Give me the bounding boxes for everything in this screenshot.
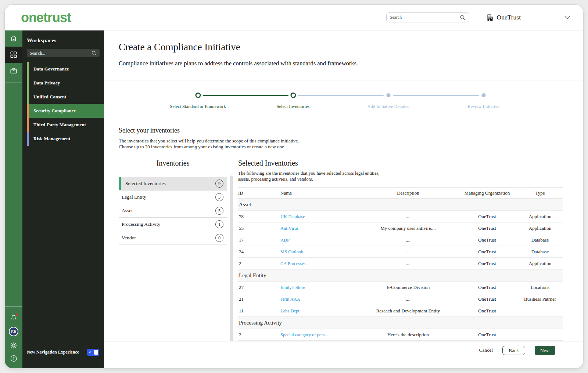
cell-id: 78	[238, 211, 280, 222]
cell-id: 55	[238, 222, 280, 234]
workspace-item-label: Third-Party Management	[33, 122, 86, 128]
step-label-select-standard-or-framework: Select Standard or Framework	[170, 104, 226, 109]
cell-name: Special category of pers...	[280, 329, 359, 341]
table-scrollbar[interactable]	[230, 175, 233, 346]
inventory-filter-label: Legal Entity	[122, 194, 146, 200]
inventory-link-ms-outlook[interactable]: MS Outlook	[280, 249, 303, 254]
inventory-link-ca-processes[interactable]: CA Processes	[280, 261, 305, 266]
gear-icon	[10, 342, 17, 349]
stepper-line	[393, 95, 479, 96]
column-header-description: Description	[359, 188, 457, 199]
inventory-link-emily-s-store[interactable]: Emily's Store	[280, 285, 305, 290]
count-badge: 9	[215, 180, 223, 188]
group-row-asset: Asset	[238, 199, 563, 211]
count-badge: 1	[215, 220, 223, 228]
cell-description: ....	[359, 258, 457, 269]
step-dot-select-inventories	[290, 93, 296, 98]
inventory-filter-processing-activity[interactable]: Processing Activity1	[119, 218, 227, 231]
cell-id: 2	[238, 329, 280, 341]
workspace-item-data-privacy[interactable]: Data Privacy	[27, 76, 104, 90]
cancel-button[interactable]: Cancel	[479, 346, 493, 353]
workspace-item-security-compliance[interactable]: Security Compliance	[27, 104, 104, 118]
home-icon	[10, 35, 18, 43]
cell-description: My company uses antivire....	[359, 222, 457, 234]
global-search[interactable]	[386, 12, 469, 22]
notifications-button[interactable]	[10, 314, 17, 321]
workspace-item-data-governance[interactable]: Data Governance	[27, 62, 104, 76]
group-row-legal-entity: Legal Entity	[238, 269, 563, 282]
workspaces-title: Workspaces	[22, 30, 104, 44]
count-badge: 5	[215, 207, 223, 215]
inventory-link-uk-database[interactable]: UK Database	[280, 214, 305, 219]
avatar[interactable]: EB	[9, 327, 18, 336]
selected-inventories-title: Selected Inventories	[238, 159, 563, 167]
inventories-columns: Inventories Selected Inventories9Legal E…	[119, 159, 583, 341]
inventory-link-adp[interactable]: ADP	[280, 238, 290, 243]
main-content: Create a Compliance Initiative Complianc…	[104, 30, 583, 368]
workspaces-search-input[interactable]	[30, 51, 91, 55]
table-row: 17ADP....OneTrustDatabase	[238, 234, 563, 246]
cell-description: Here's the description	[359, 329, 457, 341]
settings-button[interactable]	[10, 342, 17, 349]
table-row: 2CA Processes....OneTrustApplication	[238, 258, 563, 269]
step-dot-select-standard-or-framework	[195, 93, 201, 98]
inventory-link-special-category-of-pers[interactable]: Special category of pers...	[280, 332, 328, 337]
workspace-item-unified-consent[interactable]: Unified Consent	[27, 90, 104, 104]
cell-managing-organization: OneTrust	[457, 293, 517, 305]
inventory-link-firm-aaa[interactable]: Firm AAA	[280, 297, 300, 302]
cell-type	[517, 305, 563, 317]
wizard-stepper: Select Standard or FrameworkSelect Inven…	[104, 80, 583, 117]
inventory-filter-label: Asset	[122, 208, 133, 214]
cell-managing-organization: OneTrust	[457, 329, 517, 341]
inventory-filter-vendor[interactable]: Vendor0	[119, 231, 227, 245]
search-icon	[91, 50, 97, 56]
workspace-item-label: Security Compliance	[33, 108, 76, 114]
inventory-filter-legal-entity[interactable]: Legal Entity3	[119, 191, 227, 204]
check-icon: ✓	[89, 350, 92, 355]
cell-name: UK Database	[280, 211, 359, 222]
column-header-id: ID	[238, 188, 280, 199]
workspace-item-label: Data Privacy	[33, 80, 60, 86]
stepper-line	[203, 95, 288, 96]
wizard-footer: Cancel Back Next	[104, 341, 583, 368]
selected-inventories-table: IDNameDescriptionManaging OrganizationTy…	[238, 187, 563, 341]
help-button[interactable]: ?	[10, 355, 18, 362]
table-row: 78UK Database....OneTrustApplication	[238, 211, 563, 222]
cell-name: CA Processes	[280, 258, 359, 269]
inventories-nav: Inventories Selected Inventories9Legal E…	[119, 159, 227, 341]
chevron-down-icon[interactable]	[564, 15, 571, 20]
back-button[interactable]: Back	[502, 346, 525, 355]
home-nav-button[interactable]	[5, 30, 22, 47]
global-search-input[interactable]	[390, 15, 459, 20]
workspace-color-bar	[27, 76, 29, 90]
inventory-filter-selected-inventories[interactable]: Selected Inventories9	[119, 177, 227, 191]
workspace-color-bar	[27, 118, 29, 132]
workspace-color-bar	[27, 62, 29, 76]
inventory-filter-asset[interactable]: Asset5	[119, 204, 227, 218]
inventory-link-labs-dept[interactable]: Labs Dept	[280, 308, 300, 314]
app-window: onetrust	[4, 4, 584, 369]
page-header: Create a Compliance Initiative Complianc…	[104, 30, 583, 80]
new-nav-toggle[interactable]: ✓	[87, 349, 99, 356]
cell-description: E-Commerce Division	[359, 282, 457, 293]
table-body: Asset78UK Database....OneTrustApplicatio…	[238, 199, 563, 341]
cell-description: Reseach and Development Entity	[359, 305, 457, 317]
projects-nav-button[interactable]	[5, 63, 22, 79]
cell-type: Application	[517, 222, 563, 234]
cell-type: Business Patrner	[517, 293, 563, 305]
table-row: 11Labs DeptReseach and Development Entit…	[238, 305, 563, 317]
svg-text:?: ?	[13, 356, 14, 361]
workspaces-search[interactable]	[27, 49, 100, 57]
table-header: IDNameDescriptionManaging OrganizationTy…	[238, 188, 563, 199]
inventory-link-antivirus[interactable]: AntiVirus	[280, 226, 298, 231]
workspace-color-bar	[27, 104, 29, 118]
workspaces-nav-button[interactable]	[5, 47, 22, 63]
workspace-item-label: Unified Consent	[33, 94, 66, 100]
next-button[interactable]: Next	[535, 346, 555, 355]
workspace-color-bar	[27, 90, 29, 104]
cell-id: 11	[238, 305, 280, 317]
workspace-item-third-party-management[interactable]: Third-Party Management	[27, 118, 104, 132]
org-selector[interactable]: OneTrust	[486, 14, 521, 21]
count-badge: 3	[215, 193, 223, 201]
workspace-item-risk-management[interactable]: Risk Management	[27, 132, 104, 146]
